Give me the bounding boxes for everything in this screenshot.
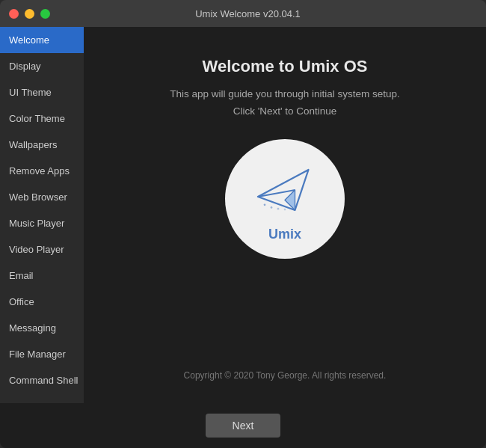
logo-circle: Umix xyxy=(225,139,345,259)
sidebar-item-display[interactable]: Display xyxy=(0,53,84,79)
sidebar-item-messaging[interactable]: Messaging xyxy=(0,315,84,341)
logo-icon xyxy=(251,156,319,224)
footer: Next xyxy=(0,403,486,448)
main-title: Welcome to Umix OS xyxy=(203,57,368,76)
svg-marker-0 xyxy=(258,170,309,210)
next-button[interactable]: Next xyxy=(206,414,281,438)
svg-point-6 xyxy=(284,208,286,210)
sidebar-item-command-shell[interactable]: Command Shell xyxy=(0,367,84,393)
sidebar: WelcomeDisplayUI ThemeColor ThemeWallpap… xyxy=(0,27,84,403)
copyright-text: Copyright © 2020 Tony George. All rights… xyxy=(184,370,387,381)
main-instruction: Click 'Next' to Continue xyxy=(233,105,337,117)
sidebar-item-remove-apps[interactable]: Remove Apps xyxy=(0,158,84,184)
content-area: WelcomeDisplayUI ThemeColor ThemeWallpap… xyxy=(0,27,486,403)
maximize-button[interactable] xyxy=(40,9,50,19)
logo-label: Umix xyxy=(268,227,301,242)
sidebar-item-welcome[interactable]: Welcome xyxy=(0,27,84,53)
app-window: Umix Welcome v20.04.1 WelcomeDisplayUI T… xyxy=(0,0,486,448)
sidebar-item-web-browser[interactable]: Web Browser xyxy=(0,184,84,210)
sidebar-item-email[interactable]: Email xyxy=(0,263,84,289)
minimize-button[interactable] xyxy=(25,9,34,19)
main-panel: Welcome to Umix OS This app will guide y… xyxy=(84,27,486,403)
sidebar-item-office[interactable]: Office xyxy=(0,289,84,315)
sidebar-item-video-player[interactable]: Video Player xyxy=(0,236,84,263)
sidebar-item-file-manager[interactable]: File Manager xyxy=(0,341,84,367)
sidebar-item-wallpapers[interactable]: Wallpapers xyxy=(0,132,84,158)
sidebar-item-music-player[interactable]: Music Player xyxy=(0,210,84,236)
sidebar-item-color-theme[interactable]: Color Theme xyxy=(0,105,84,132)
svg-point-3 xyxy=(264,203,266,206)
svg-point-5 xyxy=(277,207,280,209)
close-button[interactable] xyxy=(9,9,19,19)
titlebar: Umix Welcome v20.04.1 xyxy=(0,0,486,27)
sidebar-item-ui-theme[interactable]: UI Theme xyxy=(0,79,84,105)
window-title: Umix Welcome v20.04.1 xyxy=(56,8,440,19)
main-subtitle: This app will guide you through initial … xyxy=(170,88,400,99)
svg-point-4 xyxy=(271,206,273,209)
